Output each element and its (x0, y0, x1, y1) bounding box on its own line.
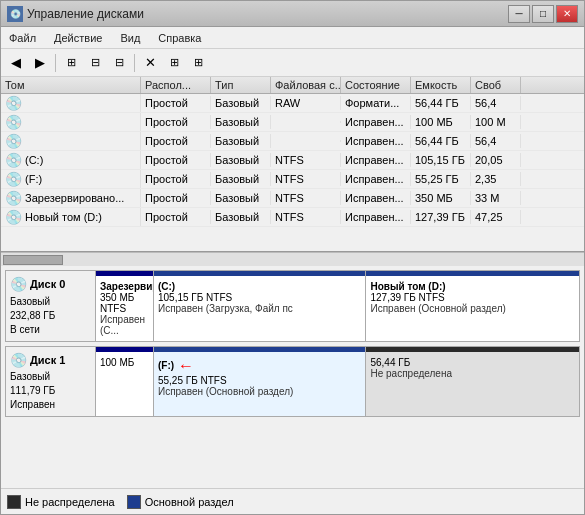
col-header-free: Своб (471, 77, 521, 93)
cell-fs-6: NTFS (271, 210, 341, 224)
d1-partition-bar-2 (366, 347, 579, 352)
app-icon: 💿 (7, 6, 23, 22)
cell-size-1: 100 МБ (411, 115, 471, 129)
cell-fs-1 (271, 121, 341, 123)
d1-partition-size-1: 55,25 ГБ NTFS (158, 375, 362, 386)
partition-size-0: 350 МБ NTFS (100, 292, 149, 314)
main-window: 💿 Управление дисками ─ □ ✕ Файл Действие… (0, 0, 585, 515)
cell-type-2: Базовый (211, 134, 271, 148)
table-row[interactable]: 💿(F:) Простой Базовый NTFS Исправен... 5… (1, 170, 584, 189)
partition-status-1: Исправен (Загрузка, Файл пс (158, 303, 362, 314)
cell-layout-3: Простой (141, 153, 211, 167)
table-hscroll[interactable] (1, 252, 584, 266)
table-row[interactable]: 💿 Простой Базовый RAW Формати... 56,44 Г… (1, 94, 584, 113)
legend-primary-label: Основной раздел (145, 496, 234, 508)
cell-type-4: Базовый (211, 172, 271, 186)
cell-state-3: Исправен... (341, 153, 411, 167)
cell-free-5: 33 М (471, 191, 521, 205)
cell-fs-5: NTFS (271, 191, 341, 205)
d1-partition-label-1: (F:) ← (158, 357, 362, 375)
disk-0-name: Диск 0 (30, 277, 65, 292)
cell-layout-5: Простой (141, 191, 211, 205)
toolbar-separator-2 (134, 54, 135, 72)
close-button[interactable]: ✕ (556, 5, 578, 23)
d1-partition-size-2: 56,44 ГБ (370, 357, 575, 368)
properties-button[interactable]: ⊞ (60, 52, 82, 74)
format-button[interactable]: ⊞ (163, 52, 185, 74)
disk-0-partition-1[interactable]: (C:) 105,15 ГБ NTFS Исправен (Загрузка, … (154, 271, 367, 341)
d1-partition-content-0: 100 МБ (100, 357, 149, 368)
menu-bar: Файл Действие Вид Справка (1, 27, 584, 49)
partition-label-2: Новый том (D:) (370, 281, 575, 292)
back-button[interactable]: ◀ (5, 52, 27, 74)
toolbar-separator-1 (55, 54, 56, 72)
cell-state-2: Исправен... (341, 134, 411, 148)
table-row[interactable]: 💿(C:) Простой Базовый NTFS Исправен... 1… (1, 151, 584, 170)
cell-name-4: 💿(F:) (1, 170, 141, 188)
cell-name-5: 💿Зарезервировано... (1, 189, 141, 207)
disk-1-info: 💿 Диск 1 Базовый 111,79 ГБ Исправен (6, 347, 96, 417)
minimize-button[interactable]: ─ (508, 5, 530, 23)
extend-button[interactable]: ⊞ (187, 52, 209, 74)
legend-bar: Не распределена Основной раздел (1, 488, 584, 514)
partition-bar-0 (96, 271, 153, 276)
menu-view[interactable]: Вид (116, 31, 144, 45)
col-header-capacity: Емкость (411, 77, 471, 93)
cell-type-3: Базовый (211, 153, 271, 167)
cell-fs-3: NTFS (271, 153, 341, 167)
d1-partition-content-2: 56,44 ГБ Не распределена (370, 357, 575, 379)
disk-table: Том Распол... Тип Файловая с... Состояни… (1, 77, 584, 252)
cell-name-1: 💿 (1, 113, 141, 131)
cell-state-0: Формати... (341, 96, 411, 110)
table-row[interactable]: 💿Новый том (D:) Простой Базовый NTFS Исп… (1, 208, 584, 227)
menu-action[interactable]: Действие (50, 31, 106, 45)
legend-primary: Основной раздел (127, 495, 234, 509)
table-row[interactable]: 💿Зарезервировано... Простой Базовый NTFS… (1, 189, 584, 208)
disk-0-partition-0[interactable]: Зарезервир... 350 МБ NTFS Исправен (С... (96, 271, 154, 341)
menu-help[interactable]: Справка (154, 31, 205, 45)
disk-0-partition-2[interactable]: Новый том (D:) 127,39 ГБ NTFS Исправен (… (366, 271, 579, 341)
cell-name-0: 💿 (1, 94, 141, 112)
partition-bar-2 (366, 271, 579, 276)
disk-1-partition-2[interactable]: 56,44 ГБ Не распределена (366, 347, 579, 417)
disk-1-partition-0[interactable]: 100 МБ (96, 347, 154, 417)
cell-size-0: 56,44 ГБ (411, 96, 471, 110)
cell-state-5: Исправен... (341, 191, 411, 205)
disk-1-partition-1[interactable]: (F:) ← 55,25 ГБ NTFS Исправен (Основной … (154, 347, 367, 417)
partition-label-0: Зарезервир... (100, 281, 149, 292)
menu-file[interactable]: Файл (5, 31, 40, 45)
cell-type-6: Базовый (211, 210, 271, 224)
view-button[interactable]: ⊟ (84, 52, 106, 74)
cell-layout-2: Простой (141, 134, 211, 148)
disk-1-name: Диск 1 (30, 353, 65, 368)
disk-0-info: 💿 Диск 0 Базовый 232,88 ГБ В сети (6, 271, 96, 341)
cell-size-5: 350 МБ (411, 191, 471, 205)
partition-size-2: 127,39 ГБ NTFS (370, 292, 575, 303)
table-row[interactable]: 💿 Простой Базовый Исправен... 56,44 ГБ 5… (1, 132, 584, 151)
legend-primary-box (127, 495, 141, 509)
cell-state-6: Исправен... (341, 210, 411, 224)
cell-state-4: Исправен... (341, 172, 411, 186)
col-header-type: Тип (211, 77, 271, 93)
title-bar: 💿 Управление дисками ─ □ ✕ (1, 1, 584, 27)
d1-partition-status-2: Не распределена (370, 368, 575, 379)
cell-free-2: 56,4 (471, 134, 521, 148)
cell-fs-4: NTFS (271, 172, 341, 186)
disk-1-status: Исправен (10, 398, 91, 412)
forward-button[interactable]: ▶ (29, 52, 51, 74)
window-controls: ─ □ ✕ (508, 5, 578, 23)
cell-size-3: 105,15 ГБ (411, 153, 471, 167)
cell-name-6: 💿Новый том (D:) (1, 208, 141, 226)
table-row[interactable]: 💿 Простой Базовый Исправен... 100 МБ 100… (1, 113, 584, 132)
view2-button[interactable]: ⊟ (108, 52, 130, 74)
legend-unallocated-label: Не распределена (25, 496, 115, 508)
disk-map-area: 💿 Диск 0 Базовый 232,88 ГБ В сети Зарезе… (1, 266, 584, 488)
disk-0-status: В сети (10, 323, 91, 337)
delete-button[interactable]: ✕ (139, 52, 161, 74)
cell-type-5: Базовый (211, 191, 271, 205)
maximize-button[interactable]: □ (532, 5, 554, 23)
d1-partition-status-1: Исправен (Основной раздел) (158, 386, 362, 397)
disk-1-row: 💿 Диск 1 Базовый 111,79 ГБ Исправен 100 … (5, 346, 580, 418)
disk-1-type: Базовый (10, 370, 91, 384)
cell-type-0: Базовый (211, 96, 271, 110)
